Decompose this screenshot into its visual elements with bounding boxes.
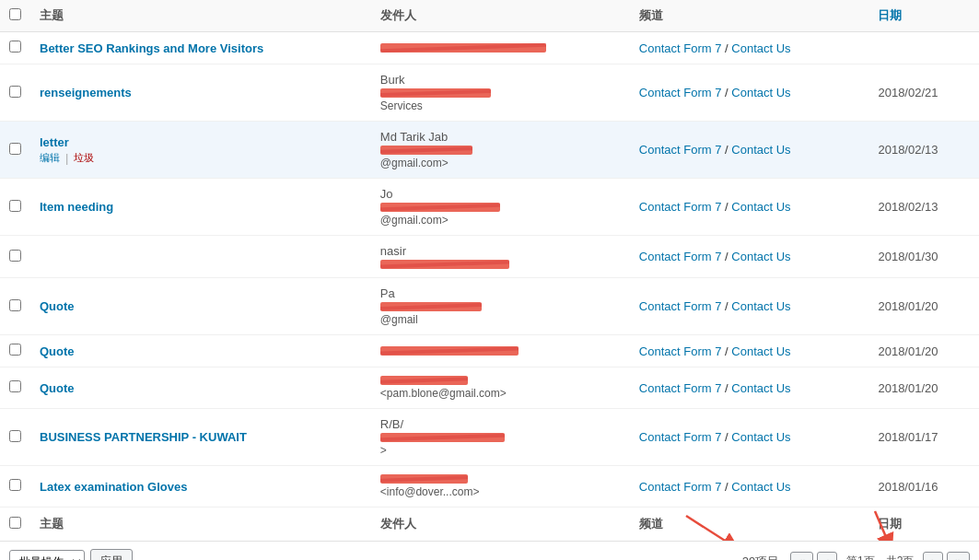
row-channel: Contact Form 7 / Contact Us xyxy=(630,236,869,278)
subject-link[interactable]: Better SEO Rankings and More Visitors xyxy=(40,41,263,55)
sender-email: @gmail.com> xyxy=(380,157,449,169)
table-row: Latex examination Gloves<info@dover...co… xyxy=(0,466,979,508)
channel-page-link[interactable]: Contact Us xyxy=(731,143,790,157)
channel-separator: / xyxy=(721,344,731,358)
subject-link[interactable]: BUSINESS PARTNERSHIP - KUWAIT xyxy=(40,430,247,444)
row-checkbox-col xyxy=(0,122,30,179)
channel-form-link[interactable]: Contact Form 7 xyxy=(639,86,722,99)
row-checkbox[interactable] xyxy=(9,250,21,262)
col-header-sender: 发件人 xyxy=(371,0,630,32)
channel-separator: / xyxy=(721,430,731,444)
row-date: 2018/01/20 xyxy=(868,335,979,368)
subject-link[interactable]: Quote xyxy=(40,344,75,358)
row-checkbox-col xyxy=(0,368,30,409)
channel-form-link[interactable]: Contact Form 7 xyxy=(639,430,722,444)
row-checkbox[interactable] xyxy=(9,479,21,491)
footer-subject: 主题 xyxy=(30,508,371,542)
channel-form-link[interactable]: Contact Form 7 xyxy=(639,41,722,55)
channel-page-link[interactable]: Contact Us xyxy=(731,480,790,494)
redacted-bar xyxy=(380,88,491,98)
channel-form-link[interactable]: Contact Form 7 xyxy=(639,200,722,214)
channel-page-link[interactable]: Contact Us xyxy=(731,200,790,214)
row-checkbox[interactable] xyxy=(9,344,21,356)
apply-button[interactable]: 应用 xyxy=(90,549,133,560)
channel-separator: / xyxy=(721,143,731,157)
channel-page-link[interactable]: Contact Us xyxy=(731,344,790,358)
table-row: letter编辑|垃圾Md Tarik Jab@gmail.com>Contac… xyxy=(0,122,979,179)
channel-form-link[interactable]: Contact Form 7 xyxy=(639,299,722,313)
col-header-channel: 频道 xyxy=(630,0,869,32)
footer-date: 日期 xyxy=(868,508,979,542)
row-sender: <info@dover...com> xyxy=(371,466,630,508)
row-date: 2018/01/20 xyxy=(868,278,979,335)
row-date: 2018/01/17 xyxy=(868,409,979,466)
row-sender: R/B/> xyxy=(371,409,630,466)
row-checkbox-col xyxy=(0,278,30,335)
row-checkbox-col xyxy=(0,466,30,508)
channel-separator: / xyxy=(721,200,731,214)
redacted-bar xyxy=(380,346,519,356)
row-date: 2018/01/16 xyxy=(868,466,979,508)
row-checkbox[interactable] xyxy=(9,143,21,155)
subject-link[interactable]: Quote xyxy=(40,381,75,395)
channel-separator: / xyxy=(721,250,731,263)
edit-link[interactable]: 编辑 xyxy=(40,151,60,165)
channel-form-link[interactable]: Contact Form 7 xyxy=(639,250,722,263)
row-subject: Latex examination Gloves xyxy=(30,466,371,508)
subject-link[interactable]: Latex examination Gloves xyxy=(40,480,187,494)
sender-name: Md Tarik Jab xyxy=(380,130,448,144)
redacted-bar xyxy=(380,260,509,269)
row-checkbox[interactable] xyxy=(9,299,21,311)
trash-link[interactable]: 垃圾 xyxy=(74,151,94,165)
channel-page-link[interactable]: Contact Us xyxy=(731,381,790,395)
channel-form-link[interactable]: Contact Form 7 xyxy=(639,344,722,358)
channel-form-link[interactable]: Contact Form 7 xyxy=(639,480,722,494)
row-checkbox-col xyxy=(0,409,30,466)
row-date: 2018/02/13 xyxy=(868,122,979,179)
channel-form-link[interactable]: Contact Form 7 xyxy=(639,381,722,395)
prev-page-button[interactable]: ‹ xyxy=(817,552,837,561)
subject-link[interactable]: letter xyxy=(40,135,69,149)
row-channel: Contact Form 7 / Contact Us xyxy=(630,466,869,508)
row-checkbox[interactable] xyxy=(9,430,21,442)
sender-email: <info@dover...com> xyxy=(380,485,480,498)
bulk-actions-section: 批量操作 应用 xyxy=(9,549,133,560)
last-page-button[interactable]: » xyxy=(947,552,970,561)
channel-page-link[interactable]: Contact Us xyxy=(731,430,790,444)
row-sender: BurkServices xyxy=(371,64,630,122)
row-checkbox-col xyxy=(0,32,30,64)
select-all-footer-checkbox[interactable] xyxy=(9,517,21,529)
select-all-checkbox[interactable] xyxy=(9,8,21,20)
row-checkbox-col xyxy=(0,64,30,122)
first-page-button[interactable]: « xyxy=(790,552,813,561)
row-subject: Quote xyxy=(30,335,371,368)
subject-link[interactable]: Item needing xyxy=(40,200,113,214)
row-checkbox-col xyxy=(0,179,30,236)
channel-page-link[interactable]: Contact Us xyxy=(731,250,790,263)
bulk-action-select[interactable]: 批量操作 xyxy=(9,550,85,561)
channel-separator: / xyxy=(721,86,731,99)
next-page-button[interactable]: › xyxy=(923,552,943,561)
contacts-table: 主题 发件人 频道 日期 Better SEO Rankings and Mor… xyxy=(0,0,979,541)
footer-channel: 频道 xyxy=(630,508,869,542)
row-date xyxy=(868,32,979,64)
redacted-bar xyxy=(380,203,500,212)
subject-link[interactable]: renseignements xyxy=(40,86,132,99)
row-checkbox[interactable] xyxy=(9,86,21,98)
row-channel: Contact Form 7 / Contact Us xyxy=(630,368,869,409)
channel-page-link[interactable]: Contact Us xyxy=(731,86,790,99)
sender-email: @gmail xyxy=(380,313,418,326)
row-channel: Contact Form 7 / Contact Us xyxy=(630,32,869,64)
row-checkbox[interactable] xyxy=(9,41,21,52)
row-channel: Contact Form 7 / Contact Us xyxy=(630,409,869,466)
channel-separator: / xyxy=(721,480,731,494)
channel-page-link[interactable]: Contact Us xyxy=(731,299,790,313)
channel-page-link[interactable]: Contact Us xyxy=(731,41,790,55)
row-checkbox[interactable] xyxy=(9,200,21,212)
channel-form-link[interactable]: Contact Form 7 xyxy=(639,143,722,157)
redacted-bar xyxy=(380,433,505,442)
row-checkbox[interactable] xyxy=(9,380,21,392)
row-date: 2018/02/13 xyxy=(868,179,979,236)
subject-link[interactable]: Quote xyxy=(40,299,75,313)
row-subject: renseignements xyxy=(30,64,371,122)
